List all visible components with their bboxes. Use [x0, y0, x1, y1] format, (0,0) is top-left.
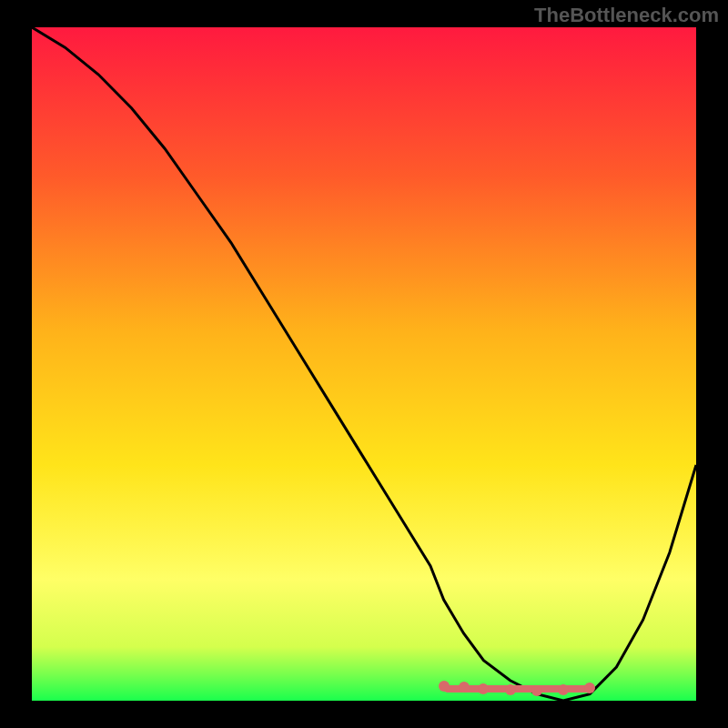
marker-dot [478, 683, 489, 694]
watermark-text: TheBottleneck.com [534, 4, 719, 27]
marker-dot [531, 685, 542, 696]
marker-dot [505, 684, 516, 695]
marker-dot [558, 684, 569, 695]
marker-dot [459, 682, 470, 693]
marker-dot [584, 682, 595, 693]
marker-dot [439, 681, 450, 692]
bottleneck-curve [32, 27, 696, 701]
plot-area [32, 27, 696, 701]
